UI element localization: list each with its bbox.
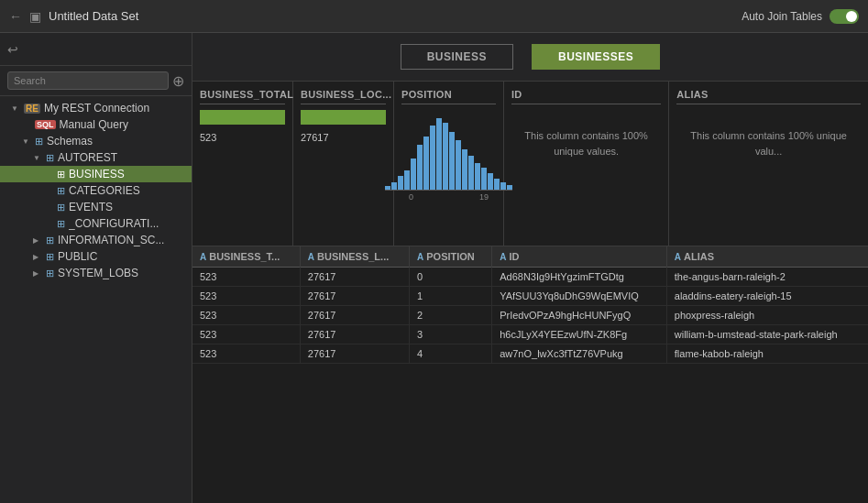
summary-row: BUSINESS_TOTAL 523 BUSINESS_LOC... 27617 <box>192 82 868 246</box>
tab-businesses[interactable]: BUSINESSES <box>532 44 660 70</box>
td-business_total: 523 <box>192 268 300 287</box>
table-row[interactable]: 523276171YAfSUU3Yq8uDhG9WqEMVIQaladdins-… <box>192 287 868 306</box>
table-header-row: ABUSINESS_T... ABUSINESS_L... APOSITION … <box>192 246 868 268</box>
td-position: 3 <box>410 325 492 344</box>
table-container: ABUSINESS_T... ABUSINESS_L... APOSITION … <box>192 246 868 503</box>
sidebar-back-btn[interactable]: ↩ <box>7 42 18 57</box>
td-business_loc: 27617 <box>300 325 409 344</box>
td-business_total: 523 <box>192 306 300 325</box>
tree-item-info-schema[interactable]: ▶ ⊞ INFORMATION_SC... <box>0 232 192 248</box>
col-header-business-loc: BUSINESS_LOC... <box>301 89 386 104</box>
tree-item-manual[interactable]: SQL Manual Query <box>0 116 192 133</box>
th-alias: AALIAS <box>666 246 868 268</box>
table-row[interactable]: 523276173h6cJLyX4YEEzwUfN-ZK8Fgwilliam-b… <box>192 325 868 344</box>
info-schema-icon: ⊞ <box>46 235 54 246</box>
table-row[interactable]: 523276172PrIedvOPzA9hgHcHUNFygQphoxpress… <box>192 306 868 325</box>
events-table-icon: ⊞ <box>57 202 65 213</box>
chart-bar <box>456 140 461 190</box>
td-alias: the-angus-barn-raleigh-2 <box>666 268 868 287</box>
chart-axis-max: 19 <box>479 192 489 202</box>
summary-col-business-total: BUSINESS_TOTAL 523 <box>192 82 293 246</box>
bar-fill-business-loc <box>301 110 386 125</box>
tree-label-public: PUBLIC <box>58 250 97 263</box>
tree-item-events[interactable]: ⊞ EVENTS <box>0 199 192 215</box>
tree-label-events: EVENTS <box>69 201 113 213</box>
title-bar: ← ▣ Untitled Data Set Auto Join Tables <box>0 0 868 33</box>
data-area: BUSINESS_TOTAL 523 BUSINESS_LOC... 27617 <box>192 82 868 503</box>
tree-label-config: _CONFIGURATI... <box>69 217 159 230</box>
chart-bar <box>404 170 410 190</box>
auto-join-label: Auto Join Tables <box>742 10 822 23</box>
chart-bar <box>411 159 416 190</box>
auto-join-toggle[interactable] <box>830 9 859 24</box>
tree-item-public[interactable]: ▶ ⊞ PUBLIC <box>0 248 192 265</box>
rest-icon: RE <box>24 104 40 114</box>
chart-bar <box>436 118 442 190</box>
title-bar-left: ← ▣ Untitled Data Set <box>9 9 138 24</box>
tree: ▼ RE My REST Connection SQL Manual Query… <box>0 96 192 503</box>
tree-item-schemas[interactable]: ▼ ⊞ Schemas <box>0 133 192 149</box>
tree-arrow-schemas: ▼ <box>22 137 31 146</box>
tree-label-schemas: Schemas <box>47 135 93 148</box>
td-id: Ad68N3Ig9HtYgzimFTGDtg <box>492 268 667 287</box>
tree-arrow-system-lobs: ▶ <box>33 269 42 278</box>
th-id: AID <box>492 246 667 268</box>
sidebar-toolbar: ↩ <box>0 33 192 66</box>
th-business-loc: ABUSINESS_L... <box>300 246 409 268</box>
td-business_loc: 27617 <box>300 306 409 325</box>
chart-bar <box>475 163 480 190</box>
tree-label-business: BUSINESS <box>69 168 125 180</box>
col-header-alias: ALIAS <box>676 89 861 104</box>
tree-item-categories[interactable]: ⊞ CATEGORIES <box>0 182 192 199</box>
tree-item-system-lobs[interactable]: ▶ ⊞ SYSTEM_LOBS <box>0 265 192 281</box>
chart-bar <box>494 179 500 190</box>
back-icon[interactable]: ← <box>9 9 22 24</box>
td-id: h6cJLyX4YEEzwUfN-ZK8Fg <box>492 325 667 344</box>
chart-axis: 0 19 <box>409 192 489 202</box>
summary-col-business-loc: BUSINESS_LOC... 27617 <box>293 82 394 246</box>
bar-container-business-loc <box>301 110 386 125</box>
td-position: 1 <box>410 287 492 306</box>
chart-area-position: 0 19 <box>401 110 496 220</box>
td-position: 2 <box>410 306 492 325</box>
chart-bar <box>462 149 467 190</box>
summary-col-alias: ALIAS This column contains 100% unique v… <box>669 82 868 246</box>
chart-axis-min: 0 <box>409 192 413 202</box>
td-alias: william-b-umstead-state-park-raleigh <box>666 325 868 344</box>
td-alias: phoxpress-raleigh <box>666 306 868 325</box>
bar-container-business-total <box>200 110 285 125</box>
tree-item-config[interactable]: ⊞ _CONFIGURATI... <box>0 215 192 232</box>
td-business_total: 523 <box>192 344 300 364</box>
tree-item-business[interactable]: ⊞ BUSINESS <box>0 166 192 182</box>
search-area: ⊕ <box>0 66 192 96</box>
unique-msg-id: This column contains 100% unique values. <box>511 110 661 177</box>
bar-value-business-loc: 27617 <box>301 132 386 143</box>
summary-col-position: POSITION 0 19 <box>394 82 504 246</box>
table-row[interactable]: 523276174aw7nO_lwXc3fTtZ76VPukgflame-kab… <box>192 344 868 364</box>
bar-value-business-total: 523 <box>200 132 285 143</box>
tree-item-autorest[interactable]: ▼ ⊞ AUTOREST <box>0 149 192 166</box>
tree-arrow-autorest: ▼ <box>33 154 42 162</box>
td-id: YAfSUU3Yq8uDhG9WqEMVIQ <box>492 287 667 306</box>
table-row[interactable]: 523276170Ad68N3Ig9HtYgzimFTGDtgthe-angus… <box>192 268 868 287</box>
system-lobs-icon: ⊞ <box>46 268 54 279</box>
summary-col-id: ID This column contains 100% unique valu… <box>504 82 669 246</box>
unique-msg-alias: This column contains 100% unique valu... <box>676 110 861 177</box>
add-connection-btn[interactable]: ⊕ <box>172 72 184 90</box>
autorest-icon: ⊞ <box>46 152 54 164</box>
tree-arrow-info-schema: ▶ <box>33 236 42 245</box>
schema-icon: ⊞ <box>35 136 43 148</box>
sidebar: ↩ ⊕ ▼ RE My REST Connection SQL Manual Q… <box>0 33 192 503</box>
td-id: aw7nO_lwXc3fTtZ76VPukg <box>492 344 667 364</box>
tree-item-rest[interactable]: ▼ RE My REST Connection <box>0 100 192 116</box>
chart-bar <box>443 123 448 190</box>
chart-bar <box>488 173 493 190</box>
search-input[interactable] <box>7 71 169 90</box>
categories-table-icon: ⊞ <box>57 185 65 197</box>
tree-label-info-schema: INFORMATION_SC... <box>58 234 164 246</box>
tree-label-autorest: AUTOREST <box>58 151 117 164</box>
bar-chart-position <box>385 117 512 191</box>
col-header-business-total: BUSINESS_TOTAL <box>200 89 285 104</box>
tree-label-manual: Manual Query <box>60 118 128 131</box>
tab-business[interactable]: BUSINESS <box>401 44 513 70</box>
